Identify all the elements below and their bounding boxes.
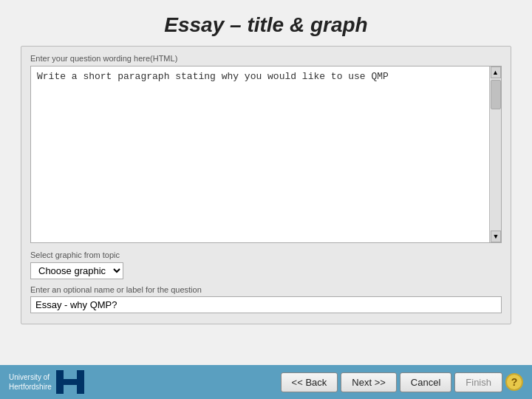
scrollbar-arrow-up[interactable]: ▲ <box>491 66 501 78</box>
uh-h-icon <box>55 369 86 395</box>
scrollbar-arrow-down[interactable]: ▼ <box>491 231 501 242</box>
bottom-bar: University of Hertfordshire << Back Next… <box>0 365 532 399</box>
uh-logo: University of Hertfordshire <box>9 369 86 395</box>
uh-logo-text: University of Hertfordshire <box>9 372 52 392</box>
optional-label: Enter an optional name or label for the … <box>30 285 502 294</box>
essay-textarea-wrapper: ▲ ▼ <box>30 66 502 243</box>
optional-name-input[interactable] <box>30 296 502 313</box>
main-content-area: Enter your question wording here(HTML) ▲… <box>21 46 511 324</box>
question-label: Enter your question wording here(HTML) <box>30 54 502 63</box>
cancel-button[interactable]: Cancel <box>400 372 451 392</box>
essay-textarea[interactable] <box>31 66 501 242</box>
finish-button[interactable]: Finish <box>454 372 502 392</box>
next-button[interactable]: Next >> <box>341 372 397 392</box>
graphic-label: Select graphic from topic <box>30 250 502 259</box>
nav-buttons: << Back Next >> Cancel Finish ? <box>281 372 523 392</box>
svg-rect-2 <box>56 379 84 385</box>
scrollbar-track: ▲ ▼ <box>489 66 501 242</box>
graphic-select[interactable]: Choose graphicBar ChartLine GraphPie Cha… <box>30 262 123 279</box>
back-button[interactable]: << Back <box>281 372 338 392</box>
scrollbar-thumb[interactable] <box>491 80 501 109</box>
graphic-section: Select graphic from topic Choose graphic… <box>30 250 502 279</box>
help-button[interactable]: ? <box>505 373 523 391</box>
page-title: Essay – title & graph <box>0 0 532 46</box>
